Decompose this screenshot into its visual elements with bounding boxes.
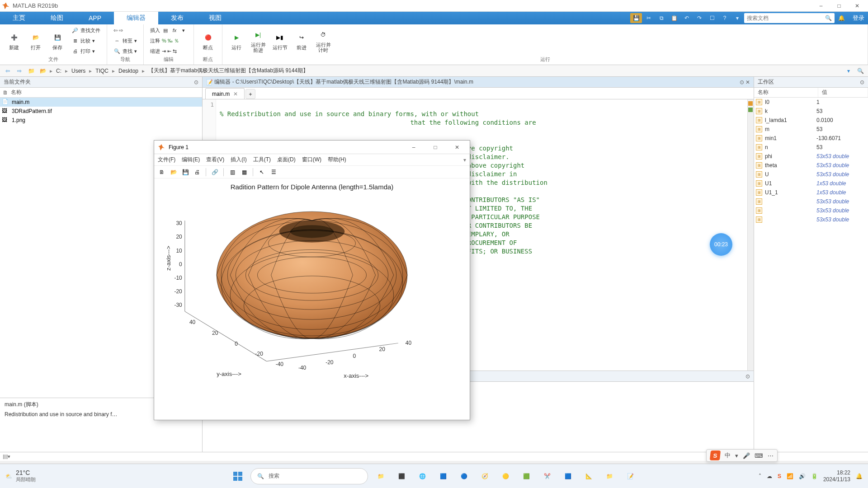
figure-axes[interactable]: Radition Pattern for Dipole Antenna (len… [154, 178, 470, 420]
crumb-users[interactable]: Users [70, 68, 87, 74]
figure-menu-chevron-icon[interactable]: ▾ [463, 157, 466, 163]
undo-quick-icon[interactable]: ↶ [681, 13, 693, 23]
run-advance-button[interactable]: ▶|运行并 前进 [248, 28, 269, 54]
ws-var-row[interactable]: ⊞U11x53 double [754, 179, 868, 188]
taskbar-clock[interactable]: 18:22 2024/11/13 [823, 469, 850, 483]
redo-quick-icon[interactable]: ↷ [693, 13, 705, 23]
plot3d-surface[interactable]: 302010 0-10-20-30 [161, 193, 462, 411]
crumb-tiqc[interactable]: TIQC [94, 68, 110, 74]
ws-var-row[interactable]: ⊞I01 [754, 98, 868, 107]
tray-battery-icon[interactable]: 🔋 [811, 473, 818, 479]
find-files-button[interactable]: 🔎查找文件 [69, 25, 103, 35]
cf-item-main[interactable]: 📄main.m [0, 98, 202, 107]
figure-close-button[interactable]: ✕ [448, 142, 466, 153]
ime-voice-icon[interactable]: 🎤 [743, 452, 750, 459]
crumb-project[interactable]: 【天线】基于matlab偶极天线三维辐射图【含Matlab源码 9144期】 [146, 67, 310, 75]
ws-var-row[interactable]: ⊞k53 [754, 107, 868, 116]
indent-row[interactable]: 缩进 ⇥ ⇤ ⇆ [147, 46, 190, 56]
cmd-collapse-icon[interactable]: ⊙ [745, 373, 750, 380]
toolstrip-tab-plots[interactable]: 绘图 [38, 12, 76, 24]
tray-chevron-icon[interactable]: ˄ [759, 473, 761, 479]
fig-pointer-icon[interactable]: ↖ [257, 167, 267, 177]
ws-var-row[interactable]: ⊞U53x53 double [754, 170, 868, 179]
nav-arrows[interactable]: ⇦ ⇨ [111, 25, 140, 35]
ws-col-value[interactable]: 值 [818, 88, 868, 97]
window-minimize-button[interactable]: – [812, 0, 830, 11]
taskbar-search[interactable]: 🔍搜索 [250, 468, 368, 484]
tray-network-icon[interactable]: 📶 [787, 473, 793, 479]
breakpoints-button[interactable]: 🔴断点 [198, 30, 218, 51]
ws-var-row[interactable]: ⊞min1-130.6071 [754, 134, 868, 143]
crumb-c[interactable]: C: [54, 68, 63, 74]
crumb-desktop[interactable]: Desktop [117, 68, 140, 74]
tray-volume-icon[interactable]: 🔊 [799, 473, 806, 479]
ws-col-name[interactable]: 名称 [754, 88, 818, 97]
fig-menu-file[interactable]: 文件(F) [158, 156, 175, 164]
cf-item-tif[interactable]: 🖼3DRadPattern.tif [0, 107, 202, 116]
editor-tab-main[interactable]: main.m✕ [205, 88, 245, 99]
recording-timer-badge[interactable]: 00:23 [710, 233, 732, 256]
browse-folder-icon[interactable]: 📂 [38, 66, 48, 75]
workspace-var-list[interactable]: ⊞I01⊞k53⊞l_lamda10.0100⊞m53⊞min1-130.607… [754, 98, 868, 452]
comment-row[interactable]: 注释 % ‰ ％ [147, 36, 190, 46]
login-link[interactable]: 登录 [853, 14, 864, 22]
cut-quick-icon[interactable]: ✂ [643, 13, 655, 23]
fig-inspect-icon[interactable]: ☰ [269, 167, 278, 177]
step-button[interactable]: ↪前进 [291, 30, 312, 51]
figure-minimize-button[interactable]: – [405, 142, 423, 153]
fig-link-icon[interactable]: 🔗 [210, 167, 220, 177]
window-maximize-button[interactable]: □ [830, 0, 848, 11]
tb-app-word[interactable]: 🟦 [560, 468, 576, 484]
compare-button[interactable]: ≣比较▾ [69, 36, 103, 46]
taskbar-weather[interactable]: ⛅ 21°C 局部晴朗 [5, 469, 36, 483]
tb-app-notepad[interactable]: 📝 [622, 468, 638, 484]
paste-quick-icon[interactable]: 📋 [668, 13, 680, 23]
fig-new-icon[interactable]: 🗎 [157, 167, 167, 177]
ws-var-row[interactable]: ⊞53x53 double [754, 206, 868, 215]
save-button[interactable]: 💾保存 [47, 30, 68, 51]
find-button[interactable]: 🔍查找▾ [111, 46, 140, 56]
path-search-icon[interactable]: 🔍 [855, 66, 865, 75]
ws-var-row[interactable]: ⊞n53 [754, 143, 868, 152]
toolstrip-tab-apps[interactable]: APP [76, 12, 114, 24]
ws-var-row[interactable]: ⊞U1_11x53 double [754, 188, 868, 197]
goto-button[interactable]: ↔转至▾ [111, 36, 140, 46]
open-button[interactable]: 📂打开 [25, 30, 46, 51]
options-quick-icon[interactable]: ▾ [731, 13, 743, 23]
fig-menu-desktop[interactable]: 桌面(D) [277, 156, 296, 164]
insert-row[interactable]: 插入 ▤ fx ▾ [147, 25, 190, 35]
path-dropdown-icon[interactable]: ▾ [844, 66, 854, 75]
save-quick-icon[interactable]: 💾 [630, 13, 642, 23]
back-button[interactable]: ⇦ [3, 66, 13, 75]
toolstrip-tab-publish[interactable]: 发布 [158, 12, 196, 24]
ws-var-row[interactable]: ⊞53x53 double [754, 215, 868, 224]
copy-quick-icon[interactable]: ⧉ [656, 13, 667, 23]
fig-open-icon[interactable]: 📂 [169, 167, 179, 177]
tray-ime-icon[interactable]: S [778, 473, 781, 479]
editor-new-tab-button[interactable]: ＋ [245, 89, 255, 99]
tray-cloud-icon[interactable]: ☁ [767, 473, 772, 479]
ws-var-row[interactable]: ⊞m53 [754, 125, 868, 134]
fig-menu-edit[interactable]: 编辑(E) [182, 156, 200, 164]
run-time-button[interactable]: ⏱运行并 计时 [313, 28, 334, 54]
search-docs-box[interactable]: 🔍 [744, 13, 835, 23]
new-button[interactable]: ➕新建 [4, 30, 24, 51]
fig-menu-tools[interactable]: 工具(T) [253, 156, 271, 164]
toolstrip-tab-editor[interactable]: 编辑器 [114, 12, 158, 24]
ws-collapse-icon[interactable]: ⊙ [860, 79, 864, 85]
fig-menu-insert[interactable]: 插入(I) [231, 156, 246, 164]
tray-notifications-icon[interactable]: 🔔 [856, 473, 863, 479]
editor-minimap[interactable] [747, 99, 754, 371]
tb-app-wechat[interactable]: 🟩 [518, 468, 534, 484]
figure-window[interactable]: Figure 1 – □ ✕ 文件(F) 编辑(E) 查看(V) 插入(I) 工… [154, 140, 470, 420]
tb-app-matlab[interactable]: 📐 [580, 468, 597, 484]
notifications-icon[interactable]: 🔔 [835, 13, 847, 23]
start-button[interactable] [230, 468, 246, 484]
ws-var-row[interactable]: ⊞theta53x53 double [754, 161, 868, 170]
search-docs-input[interactable] [747, 15, 825, 21]
tb-app-edge[interactable]: 🟦 [435, 468, 451, 484]
up-folder-icon[interactable]: 📁 [26, 66, 36, 75]
tb-app-explorer[interactable]: 📁 [601, 468, 618, 484]
toolstrip-tab-home[interactable]: 主页 [0, 12, 38, 24]
ws-var-row[interactable]: ⊞l_lamda10.0100 [754, 116, 868, 125]
